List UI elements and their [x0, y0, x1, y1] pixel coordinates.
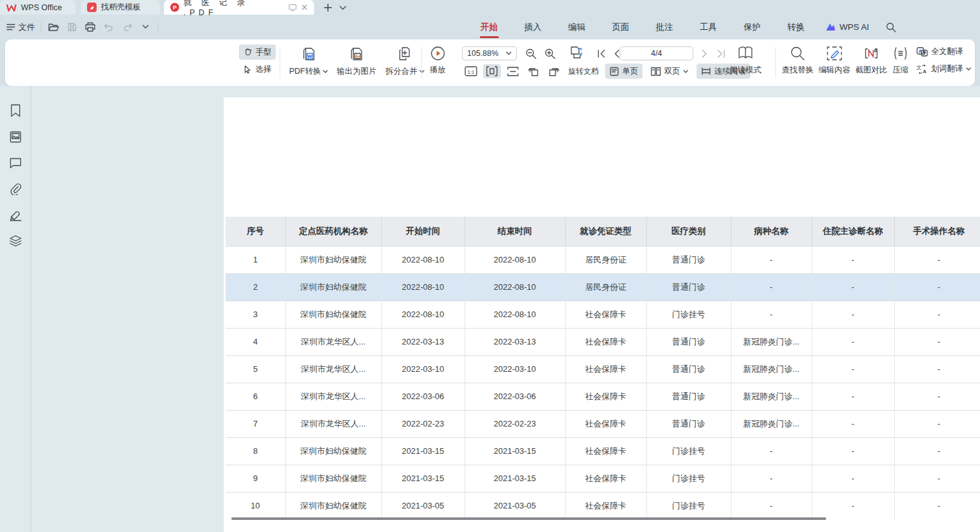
table-cell: 居民身份证 — [565, 246, 646, 273]
comments-panel-button[interactable] — [8, 156, 22, 170]
first-page-button[interactable] — [595, 48, 608, 59]
actual-size-button[interactable]: 1:1 — [463, 64, 479, 78]
table-cell: 2021-03-05 — [381, 492, 465, 519]
menu-tab-page[interactable]: 页面 — [599, 15, 643, 39]
new-tab-button[interactable] — [321, 1, 335, 15]
tab-document-pdf[interactable]: P 就 医 记 录 .PDF — [164, 0, 314, 15]
bookmarks-panel-button[interactable] — [8, 104, 22, 118]
table-head: 序号定点医药机构名称开始时间结束时间就诊凭证类型医疗类别病种名称住院主诊断名称手… — [226, 217, 980, 246]
full-text-translate-button[interactable]: A 全文翻译 — [916, 45, 971, 58]
hand-tool-button[interactable]: 手型 — [239, 44, 276, 60]
replace-pages-button[interactable] — [567, 44, 586, 61]
table-cell: 新冠肺炎门诊... — [731, 328, 812, 355]
edit-content-button[interactable]: 编辑内容 — [819, 44, 850, 76]
pdf-convert-button[interactable]: PDF转换 — [289, 44, 328, 77]
table-cell: 普通门诊 — [646, 273, 731, 301]
export-as-image-button[interactable]: 输出为图片 — [337, 44, 377, 77]
edit-content-label: 编辑内容 — [819, 65, 850, 76]
last-page-button[interactable] — [714, 48, 727, 59]
table-cell: 深圳市妇幼保健院 — [285, 437, 381, 465]
view-options-row: 1:1 旋转文档 单页 双页 连续阅读 — [463, 64, 751, 79]
table-cell: - — [894, 328, 980, 355]
page-number-input[interactable] — [620, 46, 693, 60]
open-book-icon — [737, 46, 754, 61]
monitor-icon[interactable] — [289, 4, 297, 11]
table-cell: 普通门诊 — [646, 410, 731, 437]
table-cell: 2022-03-06 — [465, 383, 565, 410]
split-merge-button[interactable]: 拆分合并 — [386, 44, 425, 77]
menu-search-icon[interactable] — [886, 22, 896, 32]
cursor-arrow-icon — [243, 65, 252, 74]
play-presentation-button[interactable]: 播放 — [430, 44, 446, 76]
tab-docer-templates[interactable]: 找稻壳模板 — [81, 0, 160, 15]
menu-tab-protect[interactable]: 保护 — [730, 15, 774, 39]
zoom-in-icon — [545, 48, 555, 59]
pdf-to-word-icon — [301, 46, 317, 62]
next-page-button[interactable] — [699, 48, 711, 59]
signature-pen-icon — [10, 209, 22, 221]
zoom-in-button[interactable] — [542, 46, 557, 60]
menu-tab-edit[interactable]: 编辑 — [555, 15, 599, 39]
zoom-out-button[interactable] — [523, 46, 538, 60]
find-replace-button[interactable]: 查找替换 — [782, 44, 813, 76]
tab-wps-home[interactable]: WPS Office — [0, 0, 76, 15]
open-file-button[interactable] — [47, 21, 60, 34]
single-page-button[interactable]: 单页 — [605, 64, 643, 79]
menu-tab-comment[interactable]: 批注 — [643, 15, 686, 39]
fit-page-button[interactable] — [505, 64, 521, 78]
fit-width-button[interactable] — [483, 64, 501, 78]
table-cell: - — [894, 410, 980, 437]
first-page-icon — [597, 50, 606, 58]
translate-group: A 全文翻译 文A 划词翻译 — [916, 45, 971, 76]
table-cell: 5 — [226, 355, 285, 383]
signature-panel-button[interactable] — [8, 208, 22, 222]
tools-group: 查找替换 编辑内容 截图对比 压缩 — [782, 44, 909, 76]
table-cell: 6 — [226, 383, 285, 410]
menu-tab-insert[interactable]: 插入 — [511, 15, 555, 39]
undo-button[interactable] — [102, 21, 115, 34]
save-button[interactable] — [65, 21, 78, 34]
app-menu-icon — [6, 24, 15, 31]
wps-ai-button[interactable]: WPS AI — [818, 22, 877, 32]
menu-tab-tools[interactable]: 工具 — [686, 15, 730, 39]
continuous-reading-icon — [701, 67, 711, 76]
layers-panel-button[interactable] — [8, 234, 22, 248]
rotate-right-button[interactable] — [545, 64, 562, 78]
table-cell: 深圳市妇幼保健院 — [285, 246, 381, 273]
table-cell: 普通门诊 — [646, 246, 731, 273]
pdf-page[interactable]: 序号定点医药机构名称开始时间结束时间就诊凭证类型医疗类别病种名称住院主诊断名称手… — [224, 97, 980, 532]
tab-list-button[interactable] — [336, 1, 350, 15]
table-cell: - — [812, 383, 894, 410]
select-tool-button[interactable]: 选择 — [239, 62, 276, 77]
tab-label: 找稻壳模板 — [101, 2, 141, 13]
single-page-label: 单页 — [622, 66, 638, 77]
rotate-document-button[interactable]: 旋转文档 — [566, 66, 601, 77]
table-cell: 2022-03-06 — [381, 383, 465, 410]
close-tab-icon[interactable] — [301, 4, 308, 11]
redo-button[interactable] — [121, 21, 133, 34]
customize-quick-access-button[interactable] — [139, 21, 152, 34]
attachments-panel-button[interactable] — [8, 182, 22, 196]
table-cell: 社会保障卡 — [565, 383, 646, 410]
menu-tab-home[interactable]: 开始 — [467, 15, 511, 39]
compress-button[interactable]: 压缩 — [892, 44, 909, 76]
rotate-left-button[interactable] — [525, 64, 541, 78]
table-cell: - — [812, 437, 894, 465]
thumbnails-panel-button[interactable] — [8, 130, 22, 144]
menu-tab-convert[interactable]: 转换 — [774, 15, 818, 39]
word-translate-button[interactable]: 文A 划词翻译 — [916, 62, 971, 76]
table-cell: 8 — [226, 437, 285, 465]
table-cell: 7 — [226, 410, 285, 437]
print-button[interactable] — [84, 21, 97, 34]
table-cell: 社会保障卡 — [565, 492, 646, 519]
file-menu-button[interactable]: 文件 — [6, 22, 35, 33]
table-header-cell: 手术操作名称 — [894, 217, 980, 246]
table-cell: 2021-03-15 — [381, 437, 465, 465]
double-page-button[interactable]: 双页 — [646, 64, 693, 79]
zoom-level-select[interactable]: 105.88% — [462, 46, 517, 60]
screenshot-compare-button[interactable]: 截图对比 — [855, 44, 887, 76]
table-horizontal-scrollbar[interactable] — [231, 517, 826, 520]
table-cell: 新冠肺炎门诊... — [731, 355, 812, 383]
wps-pdf-window: { "window": { "tabs": [ {"label": "WPS O… — [0, 0, 980, 532]
read-mode-button[interactable]: 阅读模式 — [730, 44, 761, 76]
